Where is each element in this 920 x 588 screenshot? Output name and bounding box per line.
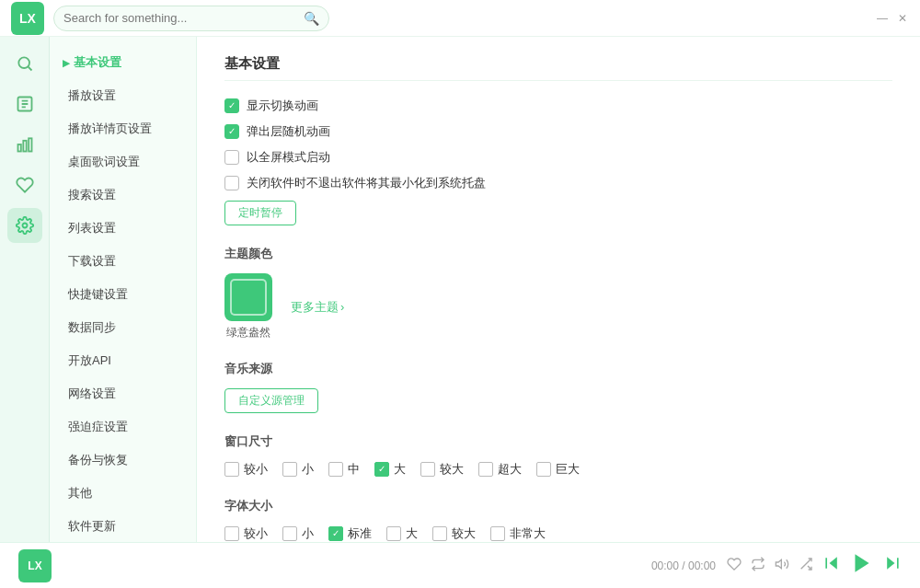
sidebar-section-basic[interactable]: ▶ 基本设置: [50, 46, 196, 79]
checkbox-wsize-sm[interactable]: [282, 462, 297, 477]
checkbox-tray[interactable]: [224, 176, 239, 190]
checkbox-anim-switch[interactable]: ✓: [224, 98, 239, 113]
more-themes-button[interactable]: 更多主题 ›: [291, 299, 344, 316]
setting-row-anim-switch: ✓ 显示切换动画: [224, 98, 892, 114]
player-like-button[interactable]: [727, 557, 742, 574]
sidebar-item-search[interactable]: 搜索设置: [50, 179, 196, 212]
nav-icon-search[interactable]: [7, 46, 42, 81]
more-themes-label: 更多主题: [291, 299, 339, 316]
window-controls: — ✕: [876, 12, 909, 25]
checkbox-fullscreen[interactable]: [224, 150, 239, 165]
window-size-lg[interactable]: ✓ 大: [374, 461, 406, 478]
checkbox-text-fullscreen: 以全屏模式启动: [247, 149, 330, 166]
close-button[interactable]: ✕: [896, 12, 909, 25]
player-loop-button[interactable]: [751, 557, 765, 574]
checkbox-wsize-xxxl[interactable]: [536, 462, 551, 477]
sidebar-item-detail[interactable]: 播放详情页设置: [50, 112, 196, 145]
font-size-lg[interactable]: 大: [386, 525, 418, 542]
checkbox-label-anim-switch[interactable]: ✓ 显示切换动画: [224, 98, 318, 114]
sidebar-item-desktop[interactable]: 桌面歌词设置: [50, 145, 196, 179]
sidebar-item-other[interactable]: 其他: [50, 477, 196, 510]
sidebar-item-api[interactable]: 开放API: [50, 344, 196, 377]
font-size-sm[interactable]: 小: [282, 525, 314, 542]
svg-point-0: [18, 57, 29, 68]
svg-rect-3: [17, 144, 20, 152]
font-size-options: 较小 小 ✓ 标准 大: [224, 525, 892, 542]
checkbox-anim-popup[interactable]: ✓: [224, 124, 239, 139]
player-shuffle-button[interactable]: [799, 557, 813, 574]
svg-rect-4: [23, 141, 26, 152]
font-size-md[interactable]: ✓ 标准: [328, 525, 372, 542]
checkbox-wsize-lg[interactable]: ✓: [374, 462, 389, 477]
nav-icon-settings[interactable]: [7, 208, 42, 243]
sidebar-item-hotkey[interactable]: 快捷键设置: [50, 278, 196, 311]
theme-color-box[interactable]: [224, 273, 272, 321]
window-size-xxl[interactable]: 超大: [478, 461, 522, 478]
titlebar: LX 🔍 — ✕: [0, 0, 920, 37]
timer-pause-button[interactable]: 定时暂停: [224, 201, 296, 225]
svg-rect-5: [29, 138, 31, 151]
window-size-section: 窗口尺寸 较小 小 中: [224, 433, 892, 478]
arrow-icon: ▶: [63, 58, 70, 68]
sidebar-item-backup[interactable]: 备份与恢复: [50, 444, 196, 477]
custom-source-button[interactable]: 自定义源管理: [224, 388, 318, 413]
theme-row: 绿意盎然 更多主题 ›: [224, 273, 892, 340]
search-input[interactable]: [63, 11, 298, 25]
music-source-section: 音乐来源 自定义源管理: [224, 361, 892, 413]
window-size-label: 窗口尺寸: [224, 433, 892, 450]
svg-line-1: [28, 67, 31, 71]
theme-color-inner: [230, 279, 267, 316]
nav-icon-heart[interactable]: [7, 167, 42, 202]
setting-row-tray: 关闭软件时不退出软件将其最小化到系统托盘: [224, 175, 892, 191]
sidebar-item-sync[interactable]: 数据同步: [50, 311, 196, 344]
music-source-label: 音乐来源: [224, 361, 892, 377]
nav-icon-music[interactable]: [7, 86, 42, 121]
more-themes-arrow-icon: ›: [340, 300, 344, 314]
nav-icon-chart[interactable]: [7, 127, 42, 162]
checkbox-label-fullscreen[interactable]: 以全屏模式启动: [224, 149, 330, 166]
window-size-options: 较小 小 中 ✓ 大: [224, 461, 892, 478]
checkbox-wsize-xxl[interactable]: [478, 462, 493, 477]
checkbox-fsize-md[interactable]: ✓: [328, 526, 343, 541]
main-layout: ▶ 基本设置 播放设置 播放详情页设置 桌面歌词设置 搜索设置 列表设置 下载设…: [0, 37, 920, 542]
search-bar: 🔍: [53, 6, 329, 31]
font-size-xl[interactable]: 较大: [432, 525, 476, 542]
checkbox-fsize-sm[interactable]: [282, 526, 297, 541]
checkbox-fsize-lg[interactable]: [386, 526, 401, 541]
checkbox-fsize-xl[interactable]: [432, 526, 447, 541]
font-size-xs[interactable]: 较小: [224, 525, 268, 542]
player-volume-button[interactable]: [775, 557, 789, 574]
checkbox-wsize-xl[interactable]: [420, 462, 435, 477]
player-next-button[interactable]: [883, 554, 902, 577]
sidebar-item-network[interactable]: 网络设置: [50, 377, 196, 410]
search-icon[interactable]: 🔍: [304, 11, 319, 26]
window-size-xl[interactable]: 较大: [420, 461, 464, 478]
svg-marker-10: [830, 557, 837, 569]
window-size-md[interactable]: 中: [328, 461, 360, 478]
checkbox-fsize-xs[interactable]: [224, 526, 239, 541]
font-size-section: 字体大小 较小 小 ✓ 标准: [224, 498, 892, 542]
content-section-title: 基本设置: [224, 55, 892, 81]
window-size-xxxl[interactable]: 巨大: [536, 461, 580, 478]
sidebar: ▶ 基本设置 播放设置 播放详情页设置 桌面歌词设置 搜索设置 列表设置 下载设…: [50, 37, 197, 542]
player-prev-button[interactable]: [822, 554, 841, 577]
sidebar-item-update[interactable]: 软件更新: [50, 510, 196, 542]
sidebar-item-playback[interactable]: 播放设置: [50, 79, 196, 112]
player-time: 00:00 / 00:00: [651, 559, 716, 572]
svg-point-6: [22, 224, 27, 228]
checkbox-wsize-md[interactable]: [328, 462, 343, 477]
checkbox-fsize-xxl[interactable]: [490, 526, 505, 541]
checkbox-label-tray[interactable]: 关闭软件时不退出软件将其最小化到系统托盘: [224, 175, 486, 191]
window-size-sm[interactable]: 小: [282, 461, 314, 478]
sidebar-item-list[interactable]: 列表设置: [50, 212, 196, 245]
font-size-xxl[interactable]: 非常大: [490, 525, 546, 542]
minimize-button[interactable]: —: [876, 12, 889, 25]
sidebar-item-download[interactable]: 下载设置: [50, 245, 196, 278]
player-play-button[interactable]: [850, 551, 874, 581]
window-size-xs[interactable]: 较小: [224, 461, 268, 478]
checkbox-label-anim-popup[interactable]: ✓ 弹出层随机动画: [224, 123, 330, 140]
font-size-label: 字体大小: [224, 498, 892, 514]
setting-row-fullscreen: 以全屏模式启动: [224, 149, 892, 166]
checkbox-wsize-xs[interactable]: [224, 462, 239, 477]
sidebar-item-ocd[interactable]: 强迫症设置: [50, 410, 196, 444]
